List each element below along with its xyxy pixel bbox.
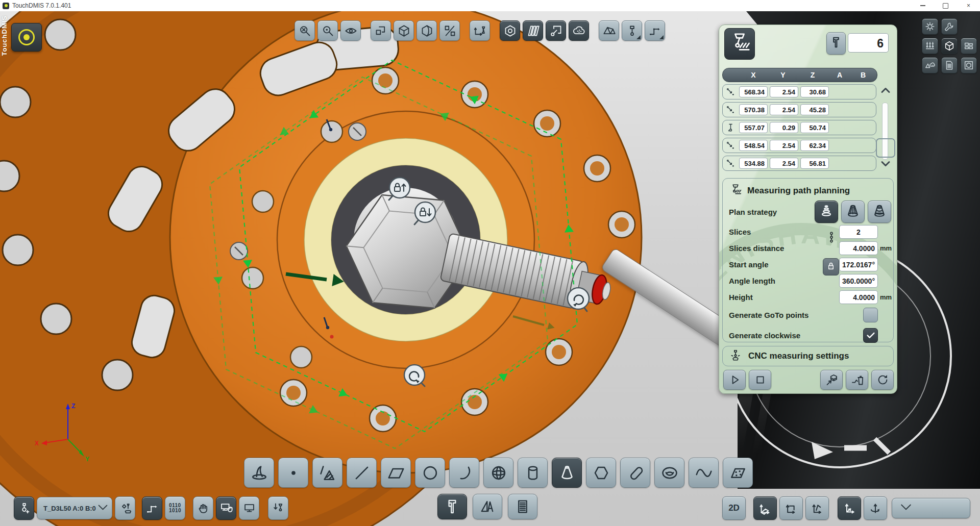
view-yz-plane-button[interactable] bbox=[805, 496, 829, 520]
auto-feature-button[interactable] bbox=[244, 458, 274, 488]
probe-calibration-button[interactable] bbox=[14, 496, 34, 520]
pick-surface-button[interactable] bbox=[820, 370, 843, 390]
probe-view-button[interactable] bbox=[622, 20, 642, 41]
slot-button[interactable] bbox=[620, 458, 650, 488]
angle-length-input[interactable]: 360.0000° bbox=[839, 274, 878, 288]
slices-input[interactable]: 2 bbox=[839, 225, 878, 239]
scroll-up-button[interactable] bbox=[877, 84, 894, 96]
sphere-button[interactable] bbox=[483, 458, 513, 488]
strategy-spiral-button[interactable] bbox=[868, 201, 891, 223]
probe-window-button[interactable] bbox=[546, 20, 566, 41]
coordinate-z-field[interactable]: 50.74 bbox=[800, 122, 829, 133]
probe-rack-button[interactable] bbox=[922, 38, 938, 54]
height-input[interactable]: 4.0000 bbox=[839, 290, 878, 304]
point-counter-button[interactable] bbox=[826, 32, 846, 55]
view-orientation-button[interactable] bbox=[340, 20, 361, 41]
generate-clockwise-checkbox[interactable] bbox=[863, 328, 878, 343]
coordinate-row[interactable]: 557.070.2950.74 bbox=[722, 120, 876, 135]
view-3d-button[interactable] bbox=[838, 496, 861, 520]
fixtures-button[interactable] bbox=[922, 18, 938, 35]
measure-tools-button[interactable] bbox=[437, 494, 467, 519]
angle-lock-button[interactable] bbox=[823, 258, 839, 275]
point-count-field[interactable]: 6 bbox=[848, 33, 889, 53]
coordinate-x-field[interactable]: 548.54 bbox=[739, 140, 768, 151]
strategy-lines-button[interactable] bbox=[841, 201, 865, 223]
view-xz-plane-button[interactable] bbox=[779, 496, 803, 520]
zoom-window-button[interactable] bbox=[317, 20, 338, 41]
torus-button[interactable] bbox=[654, 458, 684, 488]
3d-viewport[interactable]: Z X Y RENISHAW A bbox=[0, 11, 980, 526]
coordinate-row[interactable]: 534.882.5456.81 bbox=[722, 156, 876, 171]
coordinate-z-field[interactable]: 62.34 bbox=[800, 140, 829, 151]
coordinate-y-field[interactable]: 2.54 bbox=[770, 104, 798, 115]
tools-button[interactable] bbox=[941, 18, 958, 35]
curve-button[interactable] bbox=[689, 458, 719, 488]
view-multi-cube-button[interactable] bbox=[371, 20, 391, 41]
cnc-measuring-settings-bar[interactable]: CNC measuring settings bbox=[722, 346, 894, 366]
virtual-machine-button[interactable] bbox=[239, 496, 259, 520]
feature-list-button[interactable] bbox=[941, 57, 958, 73]
start-angle-input[interactable]: 172.0167° bbox=[839, 258, 878, 271]
coordinate-x-field[interactable]: 568.34 bbox=[739, 86, 768, 97]
construction-tools-button[interactable] bbox=[473, 494, 502, 519]
circle-button[interactable] bbox=[415, 458, 445, 488]
view-preset-dropdown[interactable] bbox=[892, 498, 970, 518]
regenerate-path-button[interactable] bbox=[871, 370, 894, 390]
hexagon-button[interactable] bbox=[586, 458, 616, 488]
goto-position-button[interactable] bbox=[268, 496, 288, 520]
point-cloud-button[interactable] bbox=[569, 20, 589, 41]
cad-view-button[interactable] bbox=[941, 38, 958, 54]
stop-path-button[interactable] bbox=[749, 370, 771, 390]
probe-qualify-button[interactable] bbox=[115, 496, 135, 520]
plane-button[interactable] bbox=[381, 458, 411, 488]
coordinate-row[interactable]: 548.542.5462.34 bbox=[722, 138, 876, 153]
machine-volume-button[interactable] bbox=[961, 57, 977, 73]
view-slices-button[interactable] bbox=[523, 20, 543, 41]
point-button[interactable] bbox=[278, 458, 308, 488]
io-modules-button[interactable] bbox=[961, 38, 977, 54]
cylinder-button[interactable] bbox=[518, 458, 548, 488]
arc-button[interactable] bbox=[449, 458, 479, 488]
view-rotate-button[interactable] bbox=[864, 496, 887, 520]
align-to-probe-button[interactable] bbox=[470, 20, 490, 41]
delete-path-button[interactable] bbox=[846, 370, 868, 390]
slices-distance-input[interactable]: 4.0000 bbox=[839, 241, 878, 255]
close-button[interactable]: × bbox=[957, 0, 980, 11]
minimize-button[interactable] bbox=[911, 0, 934, 11]
line-button[interactable] bbox=[347, 458, 377, 488]
coordinate-x-field[interactable]: 534.88 bbox=[739, 158, 768, 169]
surface-patch-button[interactable] bbox=[723, 458, 753, 488]
view-xy-plane-button[interactable] bbox=[753, 496, 777, 520]
remote-control-button[interactable] bbox=[216, 496, 236, 520]
coordinate-x-field[interactable]: 557.07 bbox=[739, 122, 768, 133]
line-plane-angle-button[interactable] bbox=[312, 458, 342, 488]
strategy-slices-button[interactable] bbox=[815, 201, 838, 223]
generate-goto-checkbox[interactable] bbox=[863, 308, 878, 322]
run-path-button[interactable] bbox=[723, 370, 746, 390]
view-solid-button[interactable] bbox=[500, 20, 520, 41]
program-code-button[interactable]: 01101010 bbox=[165, 496, 185, 520]
scroll-down-button[interactable] bbox=[877, 158, 894, 170]
probe-selector-dropdown[interactable]: T_D3L50 A:0 B:0 bbox=[37, 497, 112, 519]
coordinate-z-field[interactable]: 45.28 bbox=[800, 104, 829, 115]
report-button[interactable] bbox=[508, 494, 537, 519]
view-isometric-button[interactable] bbox=[394, 20, 414, 41]
program-path-button[interactable] bbox=[142, 496, 162, 520]
2d-view-button[interactable]: 2D bbox=[722, 496, 746, 520]
manual-mode-button[interactable] bbox=[193, 496, 213, 520]
coordinate-y-field[interactable]: 2.54 bbox=[770, 140, 798, 151]
view-section-button[interactable] bbox=[416, 20, 437, 41]
coordinate-y-field[interactable]: 2.54 bbox=[770, 158, 798, 169]
measuring-path-tool-button[interactable] bbox=[724, 28, 755, 60]
mesh-cloud-button[interactable] bbox=[922, 57, 938, 73]
coordinate-row[interactable]: 570.382.5445.28 bbox=[722, 102, 876, 117]
view-transparency-button[interactable] bbox=[439, 20, 460, 41]
maximize-button[interactable] bbox=[934, 0, 957, 11]
coordinate-x-field[interactable]: 570.38 bbox=[739, 104, 768, 115]
coordinate-z-field[interactable]: 30.68 bbox=[800, 86, 829, 97]
zoom-fit-button[interactable] bbox=[295, 20, 315, 41]
coordinate-y-field[interactable]: 0.29 bbox=[770, 122, 798, 133]
path-view-button[interactable] bbox=[645, 20, 665, 41]
machine-home-button[interactable] bbox=[11, 23, 42, 52]
coordinate-y-field[interactable]: 2.54 bbox=[770, 86, 798, 97]
